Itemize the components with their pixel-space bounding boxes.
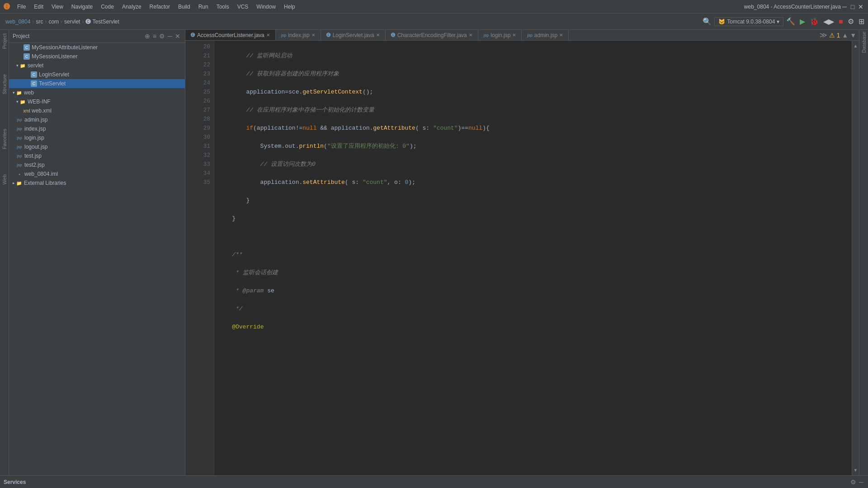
- tree-item-login-servlet[interactable]: C LoginServlet: [9, 70, 185, 79]
- tree-item-test-jsp[interactable]: jsp test.jsp: [9, 151, 185, 160]
- tree-label: LoginServlet: [39, 71, 69, 78]
- run-button[interactable]: ▶: [798, 16, 807, 27]
- project-minimize-button[interactable]: ─: [167, 32, 173, 41]
- stop-button[interactable]: ■: [837, 17, 845, 27]
- breadcrumb-item-servlet[interactable]: servlet: [64, 19, 80, 25]
- tree-item-my-session-attr[interactable]: C MySessionAttributeListener: [9, 43, 185, 52]
- tab-label: CharacterEncodingFilter.java: [397, 32, 467, 38]
- structure-sidebar-tab[interactable]: Structure: [2, 74, 7, 94]
- menu-file[interactable]: File: [14, 3, 29, 11]
- services-minimize-button[interactable]: ─: [858, 478, 864, 487]
- tab-close-icon[interactable]: ✕: [559, 33, 563, 38]
- tab-access-counter[interactable]: 🅒 AccessCounterListener.java ✕: [185, 30, 276, 40]
- menu-window[interactable]: Window: [253, 3, 279, 11]
- tab-admin-jsp[interactable]: jsp admin.jsp ✕: [522, 30, 569, 40]
- close-button[interactable]: ✕: [857, 3, 864, 10]
- tree-item-ext-libs[interactable]: ▸ 📁 External Libraries: [9, 178, 185, 188]
- tree-item-index-jsp[interactable]: jsp index.jsp: [9, 124, 185, 133]
- minimize-button[interactable]: ─: [841, 3, 848, 10]
- tree-item-my-session[interactable]: C MySessionListener: [9, 52, 185, 61]
- tree-label: MySessionAttributeListener: [32, 44, 98, 51]
- project-sidebar-tab[interactable]: Project: [2, 33, 7, 49]
- tree-item-webinf[interactable]: ▾ 📁 WEB-INF: [9, 97, 185, 106]
- tree-item-servlet[interactable]: ▾ 📁 servlet: [9, 61, 185, 70]
- tab-label: AccessCounterListener.java: [197, 32, 264, 38]
- tree-item-test2-jsp[interactable]: jsp test2.jsp: [9, 160, 185, 169]
- jsp-icon: jsp: [16, 135, 23, 141]
- menu-analyze[interactable]: Analyze: [118, 3, 145, 11]
- debug-button[interactable]: 🐞: [808, 16, 821, 27]
- build-button[interactable]: 🔨: [784, 16, 797, 27]
- menu-bar: File Edit View Navigate Code Analyze Ref…: [14, 3, 744, 11]
- editor-down-button[interactable]: ▼: [849, 31, 857, 40]
- java-tab-icon: 🅒: [391, 33, 396, 38]
- project-collapse-button[interactable]: ≡: [152, 32, 157, 41]
- code-editor[interactable]: // 监听网站启动 // 获取到容器创建的应用程序对象 application=…: [214, 41, 852, 475]
- scroll-down-button[interactable]: ▼: [853, 467, 859, 474]
- search-everywhere-button[interactable]: 🔍: [701, 16, 713, 27]
- tab-index-jsp[interactable]: jsp index.jsp ✕: [276, 30, 321, 40]
- jsp-icon: jsp: [16, 144, 23, 150]
- tree-item-web-iml[interactable]: ▪ web_0804.iml: [9, 169, 185, 178]
- run-config-button[interactable]: 🐱 Tomcat 9.0.38-0804 ▾: [714, 17, 783, 26]
- editor-tabs-more-button[interactable]: ≫: [819, 30, 828, 40]
- layout-button[interactable]: ⊞: [857, 16, 866, 27]
- tree-item-web[interactable]: ▾ 📁 web: [9, 88, 185, 97]
- tab-close-icon[interactable]: ✕: [469, 33, 472, 38]
- scroll-up-button[interactable]: ▲: [853, 42, 859, 49]
- project-header: Project ⊕ ≡ ⚙ ─ ✕: [9, 30, 185, 43]
- left-sidebar: Project Structure Favorites Web: [0, 30, 9, 475]
- java-class-icon: C: [31, 71, 37, 78]
- menu-help[interactable]: Help: [280, 3, 299, 11]
- tree-label: test2.jsp: [24, 162, 45, 168]
- menu-code[interactable]: Code: [97, 3, 118, 11]
- editor-tabs: 🅒 AccessCounterListener.java ✕ jsp index…: [185, 30, 859, 41]
- tree-item-logout-jsp[interactable]: jsp logout.jsp: [9, 142, 185, 151]
- maximize-button[interactable]: □: [849, 3, 856, 10]
- breadcrumb-item-class[interactable]: 🅒 TestServlet: [85, 19, 119, 25]
- web-sidebar-tab[interactable]: Web: [2, 174, 7, 184]
- menu-refactor[interactable]: Refactor: [146, 3, 174, 11]
- menu-vcs[interactable]: VCS: [234, 3, 252, 11]
- tab-close-icon[interactable]: ✕: [266, 33, 270, 38]
- editor-up-button[interactable]: ▲: [841, 31, 849, 40]
- tree-label: TestServlet: [39, 80, 66, 87]
- settings-button[interactable]: ⚙: [846, 16, 856, 27]
- database-sidebar-tab[interactable]: Database: [861, 32, 867, 53]
- breadcrumb-item-project[interactable]: web_0804: [5, 19, 30, 25]
- main-area: Project Structure Favorites Web Project …: [0, 30, 868, 475]
- right-sidebar: Database: [859, 30, 868, 475]
- tree-label: servlet: [28, 62, 43, 69]
- breadcrumb-item-src[interactable]: src: [36, 19, 43, 25]
- services-settings-button[interactable]: ⚙: [849, 478, 857, 487]
- project-settings-button[interactable]: ⚙: [158, 32, 166, 41]
- project-sync-button[interactable]: ⊕: [144, 32, 151, 41]
- window-controls: ─ □ ✕: [841, 3, 864, 10]
- tree-item-login-jsp[interactable]: jsp login.jsp: [9, 133, 185, 142]
- tree-item-test-servlet[interactable]: C TestServlet: [9, 79, 185, 88]
- menu-tools[interactable]: Tools: [213, 3, 233, 11]
- project-close-button[interactable]: ✕: [174, 32, 181, 41]
- tree-item-admin-jsp[interactable]: jsp admin.jsp: [9, 115, 185, 124]
- title-bar: 🅘 File Edit View Navigate Code Analyze R…: [0, 0, 868, 14]
- editor-panel: 🅒 AccessCounterListener.java ✕ jsp index…: [185, 30, 859, 475]
- menu-view[interactable]: View: [48, 3, 67, 11]
- tab-login-servlet[interactable]: 🅒 LoginServlet.java ✕: [321, 30, 386, 40]
- tab-close-icon[interactable]: ✕: [311, 33, 315, 38]
- tab-close-icon[interactable]: ✕: [376, 33, 380, 38]
- tree-item-web-xml[interactable]: xml web.xml: [9, 106, 185, 115]
- tab-login-jsp[interactable]: jsp login.jsp ✕: [478, 30, 522, 40]
- menu-edit[interactable]: Edit: [30, 3, 47, 11]
- menu-run[interactable]: Run: [195, 3, 212, 11]
- editor-warning-button[interactable]: ⚠ 1: [828, 31, 841, 40]
- menu-navigate[interactable]: Navigate: [68, 3, 96, 11]
- favorites-sidebar-tab[interactable]: Favorites: [2, 129, 7, 149]
- run-with-coverage-button[interactable]: ◀▶: [821, 16, 836, 27]
- breadcrumb: web_0804 › src › com › servlet › 🅒 TestS…: [2, 19, 123, 25]
- line-numbers: 20 21 22 23 24 25 26 27 28 29 30 31 32 3…: [192, 41, 214, 475]
- breadcrumb-item-com[interactable]: com: [48, 19, 59, 25]
- menu-build[interactable]: Build: [175, 3, 194, 11]
- tab-encoding-filter[interactable]: 🅒 CharacterEncodingFilter.java ✕: [386, 30, 478, 40]
- java-tab-icon: 🅒: [326, 33, 331, 38]
- tab-close-icon[interactable]: ✕: [512, 33, 516, 38]
